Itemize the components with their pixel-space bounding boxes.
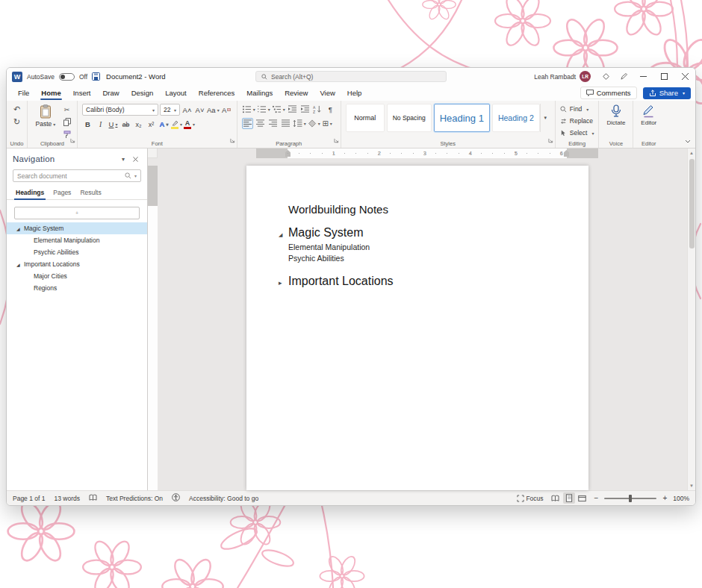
search-box[interactable]: Search (Alt+Q) xyxy=(255,71,447,82)
nav-heading-item[interactable]: Psychic Abilities xyxy=(7,246,147,258)
increase-indent-button[interactable] xyxy=(299,104,311,115)
collapse-triangle-icon[interactable] xyxy=(16,260,24,268)
scroll-up-icon[interactable]: ▲ xyxy=(689,148,694,157)
vertical-ruler[interactable] xyxy=(148,158,158,490)
strikethrough-button[interactable]: ab xyxy=(120,119,131,130)
nav-tab[interactable]: Pages xyxy=(50,187,74,199)
clipboard-dialog-launcher[interactable] xyxy=(70,133,75,146)
nav-tab[interactable]: Results xyxy=(77,187,104,199)
zoom-level[interactable]: 100% xyxy=(673,495,689,502)
zoom-slider[interactable] xyxy=(604,498,656,499)
font-color-button[interactable]: A xyxy=(184,119,195,130)
collapse-ribbon-button[interactable] xyxy=(685,133,691,146)
text-predictions-status[interactable]: Text Predictions: On xyxy=(106,495,163,502)
copy-button[interactable] xyxy=(61,116,72,128)
scrollbar-thumb[interactable] xyxy=(689,159,695,248)
menu-tab[interactable]: Mailings xyxy=(241,87,278,99)
vertical-scrollbar[interactable]: ▲ ▼ xyxy=(687,148,695,490)
nav-heading-item[interactable]: Elemental Manipulation xyxy=(7,234,147,246)
style-option[interactable]: No Spacing xyxy=(387,104,432,132)
menu-tab[interactable]: Home xyxy=(36,87,66,99)
horizontal-ruler[interactable]: 123456 xyxy=(158,148,687,158)
nav-heading-item[interactable]: Magic System xyxy=(7,222,147,234)
menu-tab[interactable]: Help xyxy=(342,87,367,99)
doc-paragraph[interactable]: Important Locations xyxy=(288,275,547,288)
justify-button[interactable] xyxy=(280,118,291,129)
change-case-button[interactable]: Aa xyxy=(207,104,220,116)
proofing-icon[interactable] xyxy=(89,494,97,503)
navigation-close-button[interactable] xyxy=(129,154,141,164)
grow-font-button[interactable]: A˄ xyxy=(181,104,193,116)
doc-paragraph[interactable]: Psychic Abilities xyxy=(288,253,547,264)
read-mode-button[interactable] xyxy=(550,492,562,504)
web-layout-button[interactable] xyxy=(577,492,588,504)
document-page[interactable]: Worldbuilding Notes Magic System Element… xyxy=(246,166,588,490)
undo-button[interactable] xyxy=(11,104,22,115)
bold-button[interactable]: B xyxy=(82,119,93,130)
paragraph-dialog-launcher[interactable] xyxy=(334,133,339,146)
styles-dialog-launcher[interactable] xyxy=(548,133,553,146)
share-button[interactable]: Share xyxy=(643,87,691,99)
menu-tab[interactable]: View xyxy=(314,87,340,99)
subscript-button[interactable]: x₂ xyxy=(133,119,144,130)
line-spacing-button[interactable] xyxy=(293,118,306,129)
cut-button[interactable] xyxy=(61,104,72,115)
doc-paragraph[interactable]: Elemental Manipulation xyxy=(288,242,547,253)
menu-tab[interactable]: Draw xyxy=(97,87,124,99)
menu-tab[interactable]: Layout xyxy=(160,87,192,99)
multilevel-list-button[interactable] xyxy=(272,104,285,115)
shrink-font-button[interactable]: A˅ xyxy=(194,104,205,116)
styles-gallery-more-button[interactable]: ▾ xyxy=(540,104,550,132)
comments-button[interactable]: Comments xyxy=(580,87,637,99)
menu-tab[interactable]: Design xyxy=(126,87,159,99)
replace-button[interactable]: Replace xyxy=(560,116,594,126)
editor-button[interactable]: Editor xyxy=(638,104,659,127)
numbering-button[interactable] xyxy=(257,104,270,115)
print-layout-button[interactable] xyxy=(563,492,575,504)
heading-collapse-icon[interactable] xyxy=(279,275,282,288)
close-button[interactable] xyxy=(674,68,695,85)
nav-search-input[interactable]: Search document ▾ xyxy=(13,169,141,182)
decrease-indent-button[interactable] xyxy=(287,104,298,115)
style-option[interactable]: Heading 2 xyxy=(492,104,540,132)
show-formatting-marks-button[interactable]: ¶ xyxy=(325,104,336,115)
nav-tab[interactable]: Headings xyxy=(13,187,47,199)
nav-heading-item[interactable]: Major Cities xyxy=(7,270,147,282)
style-option[interactable]: Heading 1 xyxy=(434,104,490,132)
dictate-button[interactable]: Dictate xyxy=(603,104,628,127)
diamond-icon[interactable] xyxy=(597,68,615,85)
text-effects-button[interactable]: A xyxy=(158,119,170,130)
borders-button[interactable] xyxy=(322,118,333,129)
pen-icon[interactable] xyxy=(615,68,633,85)
tab-selector-box[interactable] xyxy=(148,148,158,158)
doc-paragraph[interactable]: Magic System xyxy=(288,226,547,240)
minimize-button[interactable] xyxy=(633,68,653,85)
nav-heading-item[interactable]: Important Locations xyxy=(7,258,147,270)
menu-tab[interactable]: Review xyxy=(279,87,313,99)
navigation-options-button[interactable]: ▾ xyxy=(117,154,129,164)
redo-button[interactable] xyxy=(11,116,22,128)
scroll-down-icon[interactable]: ▼ xyxy=(689,481,694,490)
font-name-combo[interactable]: Calibri (Body) xyxy=(82,104,158,116)
font-size-combo[interactable]: 22 xyxy=(160,104,180,116)
menu-tab[interactable]: File xyxy=(13,87,34,99)
autosave-toggle[interactable] xyxy=(59,73,75,81)
zoom-slider-handle[interactable] xyxy=(629,495,632,502)
shading-button[interactable] xyxy=(308,118,320,129)
italic-button[interactable]: I xyxy=(95,119,106,130)
font-dialog-launcher[interactable] xyxy=(230,133,235,146)
menu-tab[interactable]: References xyxy=(193,87,240,99)
paste-button[interactable]: Paste xyxy=(32,104,59,128)
bullets-button[interactable] xyxy=(242,104,255,115)
nav-insert-box[interactable] xyxy=(14,207,140,219)
align-right-button[interactable] xyxy=(267,118,279,129)
zoom-in-button[interactable]: + xyxy=(662,494,667,502)
avatar[interactable]: LR xyxy=(580,71,591,82)
heading-collapse-icon[interactable] xyxy=(279,226,282,240)
highlight-color-button[interactable] xyxy=(171,119,182,130)
superscript-button[interactable]: x² xyxy=(146,119,157,130)
align-left-button[interactable] xyxy=(242,118,253,129)
maximize-button[interactable] xyxy=(653,68,674,85)
collapse-triangle-icon[interactable] xyxy=(16,225,24,232)
align-center-button[interactable] xyxy=(255,118,266,129)
